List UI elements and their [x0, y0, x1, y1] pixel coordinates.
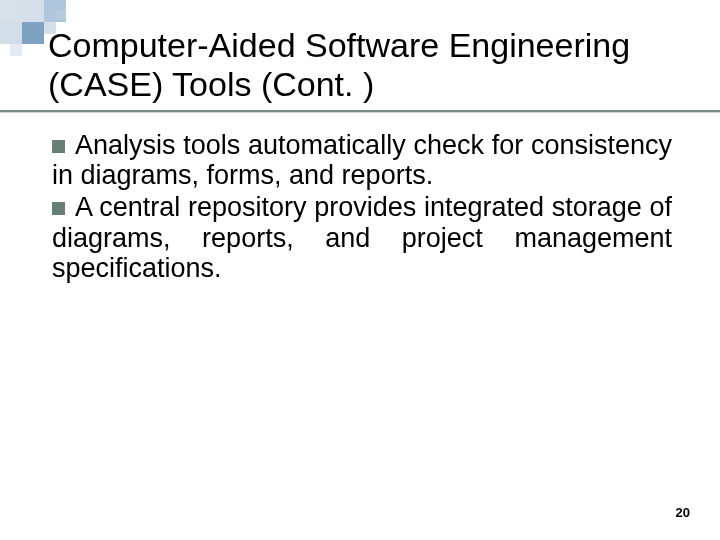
deco-square	[0, 22, 22, 44]
bullet-text: Analysis tools automatically check for c…	[52, 130, 672, 190]
slide-title: Computer-Aided Software Engineering (CAS…	[48, 26, 680, 104]
deco-square	[0, 0, 22, 22]
slide-body: Analysis tools automatically check for c…	[52, 130, 672, 285]
bullet-item: A central repository provides integrated…	[52, 192, 672, 283]
square-bullet-icon	[52, 140, 65, 153]
page-number: 20	[676, 505, 690, 520]
deco-square	[10, 44, 22, 56]
title-underline	[0, 110, 720, 112]
deco-square	[22, 22, 44, 44]
deco-square	[22, 0, 44, 22]
bullet-text: A central repository provides integrated…	[52, 192, 672, 282]
deco-square	[56, 10, 66, 20]
bullet-item: Analysis tools automatically check for c…	[52, 130, 672, 190]
square-bullet-icon	[52, 202, 65, 215]
